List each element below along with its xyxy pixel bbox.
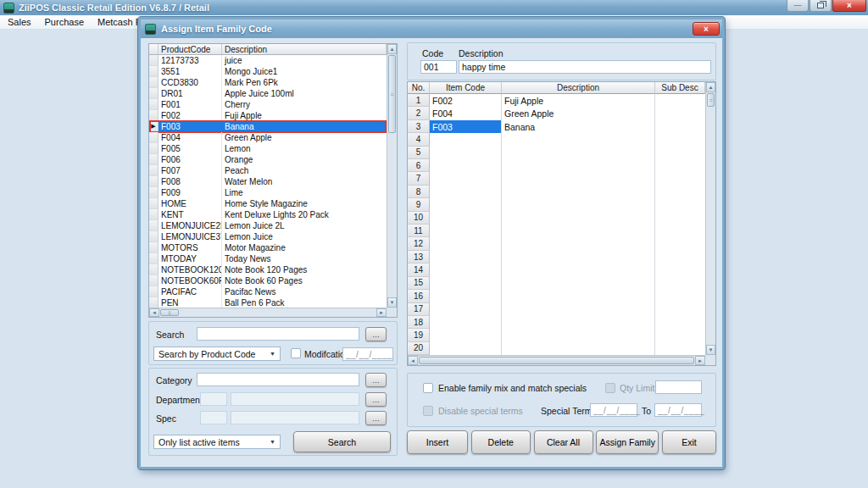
family-row[interactable]: 7 <box>408 172 705 185</box>
product-row[interactable]: NOTEBOOK120PNote Book 120 Pages <box>149 264 387 275</box>
product-description-cell[interactable]: Lime <box>222 187 387 198</box>
menu-item-sales[interactable]: Sales <box>8 17 31 27</box>
department-code-input[interactable] <box>200 392 227 406</box>
item-code-cell[interactable] <box>430 237 502 250</box>
department-name-input[interactable] <box>231 392 359 406</box>
department-browse-button[interactable]: … <box>365 392 387 407</box>
product-description-cell[interactable]: juice <box>222 55 387 66</box>
family-row[interactable]: 3F003Banana <box>408 120 705 133</box>
special-terms-from-input[interactable]: __/__/____ <box>590 403 637 417</box>
product-code-cell[interactable]: F007 <box>159 165 222 176</box>
family-row[interactable]: 14 <box>408 263 705 276</box>
modification-date-input[interactable]: __/__/____ <box>342 347 393 361</box>
product-row[interactable]: F008Water Melon <box>149 176 387 187</box>
family-row[interactable]: 13 <box>408 251 705 263</box>
scroll-thumb[interactable] <box>419 357 694 364</box>
item-code-cell[interactable] <box>430 198 502 211</box>
description-cell[interactable] <box>502 303 655 316</box>
product-row[interactable]: MOTORSMotor Magazine <box>149 242 387 253</box>
product-description-cell[interactable]: Lemon Juice <box>222 231 387 242</box>
description-cell[interactable] <box>502 251 655 263</box>
product-description-cell[interactable]: Today News <box>222 253 387 264</box>
product-code-cell[interactable]: DR01 <box>159 88 222 99</box>
description-cell[interactable]: Fuji Apple <box>502 94 655 107</box>
product-description-cell[interactable]: Home Style Magazine <box>222 198 387 209</box>
description-cell[interactable] <box>502 277 655 290</box>
product-description-cell[interactable]: Green Apple <box>222 132 387 143</box>
item-code-cell[interactable] <box>430 263 502 276</box>
family-grid-hscrollbar[interactable]: ◄ ► <box>408 355 705 365</box>
item-code-cell[interactable] <box>430 303 502 316</box>
header-product-code[interactable]: ProductCode <box>159 44 222 55</box>
sub-desc-cell[interactable] <box>655 94 705 107</box>
product-description-cell[interactable]: Banana <box>222 121 387 132</box>
product-description-cell[interactable]: Kent Deluxe Lights 20 Pack <box>222 209 387 220</box>
active-items-dropdown[interactable]: Only list active items ▼ <box>153 435 281 449</box>
product-code-cell[interactable]: LEMONJUICE375 <box>159 231 222 242</box>
product-description-cell[interactable]: Mongo Juice1 <box>222 66 387 77</box>
item-code-cell[interactable] <box>430 277 502 290</box>
minimize-button[interactable]: — <box>787 0 809 12</box>
sub-desc-cell[interactable] <box>655 198 705 211</box>
product-code-cell[interactable]: 12173733 <box>159 55 222 66</box>
item-code-cell[interactable] <box>430 342 502 355</box>
scroll-down-icon[interactable]: ▼ <box>387 297 397 308</box>
row-number-cell[interactable]: 6 <box>408 159 430 172</box>
row-number-cell[interactable]: 11 <box>408 225 430 237</box>
header-description[interactable]: Description <box>502 82 655 94</box>
product-description-cell[interactable]: Ball Pen 6 Pack <box>222 297 387 308</box>
header-sub-desc[interactable]: Sub Desc <box>655 82 705 94</box>
family-row[interactable]: 5 <box>408 147 705 159</box>
item-code-cell[interactable] <box>430 133 502 146</box>
scroll-left-icon[interactable]: ◄ <box>408 356 418 365</box>
scroll-down-icon[interactable]: ▼ <box>706 345 715 355</box>
item-code-cell[interactable] <box>430 225 502 237</box>
sub-desc-cell[interactable] <box>655 290 705 302</box>
restore-button[interactable] <box>810 0 832 12</box>
product-row[interactable]: PENBall Pen 6 Pack <box>149 297 387 308</box>
close-button[interactable]: × <box>832 0 866 12</box>
row-number-cell[interactable]: 16 <box>408 290 430 302</box>
spec-name-input[interactable] <box>231 411 359 424</box>
scroll-thumb[interactable]: || <box>160 309 179 316</box>
item-code-cell[interactable]: F004 <box>430 107 502 119</box>
row-number-cell[interactable]: 9 <box>408 198 430 211</box>
scroll-up-icon[interactable]: ▲ <box>706 82 715 92</box>
search-browse-button[interactable]: … <box>365 327 387 341</box>
row-number-cell[interactable]: 2 <box>408 107 430 119</box>
product-code-cell[interactable]: PEN <box>159 297 222 308</box>
family-row[interactable]: 15 <box>408 277 705 290</box>
item-code-cell-selected[interactable]: F003 <box>430 120 502 133</box>
product-row-selected[interactable]: ▶F003Banana <box>149 121 387 132</box>
description-cell[interactable] <box>502 198 655 211</box>
sub-desc-cell[interactable] <box>655 277 705 290</box>
product-row[interactable]: F004Green Apple <box>149 132 387 143</box>
product-code-cell[interactable]: F004 <box>159 132 222 143</box>
scroll-right-icon[interactable]: ► <box>695 356 705 365</box>
product-code-cell[interactable]: CCD3830 <box>159 77 222 88</box>
search-input[interactable] <box>197 327 359 341</box>
description-cell[interactable]: Banana <box>502 120 655 133</box>
product-description-cell[interactable]: Note Book 60 Pages <box>222 275 387 286</box>
sub-desc-cell[interactable] <box>655 342 705 355</box>
product-description-cell[interactable]: Orange <box>222 154 387 165</box>
product-code-cell[interactable]: MTODAY <box>159 253 222 264</box>
product-code-cell[interactable]: KENT <box>159 209 222 220</box>
row-number-cell[interactable]: 17 <box>408 303 430 316</box>
sub-desc-cell[interactable] <box>655 159 705 172</box>
dialog-close-button[interactable]: × <box>693 22 720 36</box>
item-code-cell[interactable]: F002 <box>430 94 502 107</box>
product-row[interactable]: PACIFACPacifac News <box>149 286 387 297</box>
product-row[interactable]: F009Lime <box>149 187 387 198</box>
row-number-cell[interactable]: 12 <box>408 237 430 250</box>
product-row[interactable]: DR01Apple Juice 100ml <box>149 88 387 99</box>
scroll-up-icon[interactable]: ▲ <box>387 44 397 54</box>
sub-desc-cell[interactable] <box>655 186 705 198</box>
row-number-cell[interactable]: 1 <box>408 94 430 107</box>
exit-button[interactable]: Exit <box>662 430 716 454</box>
product-code-cell[interactable]: F006 <box>159 154 222 165</box>
product-code-cell[interactable]: F005 <box>159 143 222 154</box>
product-description-cell[interactable]: Peach <box>222 165 387 176</box>
product-row[interactable]: LEMONJUICE2LLemon Juice 2L <box>149 220 387 231</box>
search-by-dropdown[interactable]: Search by Product Code ▼ <box>153 347 281 361</box>
